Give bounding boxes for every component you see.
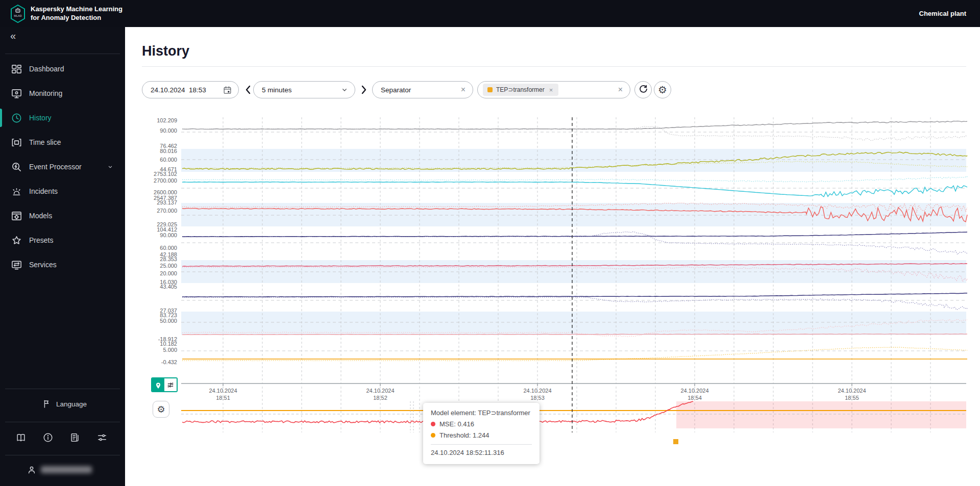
sidebar-item-label: Dashboard [29, 65, 64, 73]
calendar-icon[interactable] [223, 85, 232, 95]
pin-position-toggle[interactable] [152, 378, 164, 391]
mse-chart-settings-button[interactable]: ⚙ [153, 401, 169, 418]
model-color-swatch [487, 87, 493, 92]
user-icon [27, 465, 37, 475]
incidents-icon [11, 186, 22, 197]
tooltip-title: Model element: TEP⊃transformer [431, 409, 532, 417]
monitoring-icon [11, 88, 22, 99]
chart-band [181, 149, 966, 172]
element-filter-value: Separator [381, 86, 411, 94]
sidebar-item-label: Event Processor [29, 163, 82, 171]
chart-mode-toggle [151, 377, 178, 392]
series-5-navy-observed [182, 232, 967, 237]
sidebar-item-incidents[interactable]: Incidents [0, 179, 125, 203]
top-bar: MLAD Kaspersky Machine Learning for Anom… [0, 0, 980, 27]
sidebar-item-presets[interactable]: Presets [0, 228, 125, 252]
chart-band [181, 312, 966, 335]
remove-chip-icon[interactable]: × [548, 87, 554, 93]
kaspersky-mlad-logo: MLAD [10, 5, 26, 23]
anomaly-region [676, 401, 966, 428]
series-5-navy-predicted [182, 232, 967, 255]
tooltip-timestamp: 24.10.2024 18:52:11.316 [431, 449, 532, 456]
clear-filter-icon[interactable]: × [460, 86, 467, 94]
services-icon [11, 259, 22, 271]
page-title: History [142, 43, 189, 59]
sidebar-item-history[interactable]: History [0, 106, 125, 130]
sidebar-item-models[interactable]: Models [0, 203, 125, 228]
chart-band [181, 260, 966, 283]
model-filter-input[interactable]: TEP⊃transformer × × [477, 81, 630, 98]
series-3-cyan-observed [182, 182, 967, 197]
time-slice-icon [11, 137, 22, 148]
active-indicator [0, 109, 2, 127]
changelog-icon[interactable] [69, 432, 83, 445]
sidebar: « DashboardMonitoringHistoryTime sliceEv… [0, 27, 125, 486]
sidebar-collapse-button[interactable]: « [10, 30, 15, 42]
documentation-book-icon[interactable] [15, 432, 29, 445]
gear-icon: ⚙ [157, 405, 165, 414]
app-title: Kaspersky Machine Learning for Anomaly D… [31, 5, 122, 22]
chevron-down-icon [340, 86, 349, 94]
sidebar-item-label: Services [29, 261, 57, 269]
mse-dot [431, 422, 435, 426]
divider [431, 444, 532, 445]
clear-models-icon[interactable]: × [617, 86, 624, 94]
interval-value: 5 minutes [262, 86, 292, 94]
presets-icon [11, 235, 22, 246]
anomaly-marker[interactable] [673, 439, 678, 444]
sidebar-item-label: Time slice [29, 138, 61, 146]
series-1-gray-observed [182, 121, 967, 129]
next-interval-button[interactable] [360, 85, 368, 95]
gear-icon: ⚙ [658, 85, 667, 95]
series-7-navy-observed [182, 293, 967, 297]
info-icon[interactable] [42, 432, 56, 445]
chart-settings-button[interactable]: ⚙ [654, 81, 671, 98]
sidebar-nav: DashboardMonitoringHistoryTime sliceEven… [0, 57, 125, 277]
divider [5, 422, 120, 422]
history-chart[interactable] [176, 115, 972, 449]
refresh-button[interactable] [634, 81, 652, 98]
sidebar-item-label: Incidents [29, 187, 58, 195]
settings-sliders-icon[interactable] [96, 432, 110, 445]
sidebar-item-time-slice[interactable]: Time slice [0, 130, 125, 155]
sidebar-item-label: Models [29, 212, 52, 220]
svg-text:MLAD: MLAD [14, 14, 21, 17]
datetime-value: 24.10.2024 18:53 [151, 86, 206, 94]
sidebar-item-label: Presets [29, 236, 53, 244]
sidebar-item-services[interactable]: Services [0, 252, 125, 277]
app-root: MLAD Kaspersky Machine Learning for Anom… [0, 0, 980, 486]
previous-interval-button[interactable] [244, 85, 252, 95]
sidebar-item-event-processor[interactable]: Event Processor [0, 155, 125, 179]
models-icon [11, 210, 22, 222]
shift-range-toggle[interactable] [164, 378, 177, 391]
datetime-input[interactable]: 24.10.2024 18:53 [142, 81, 239, 98]
model-chip-label: TEP⊃transformer [496, 86, 545, 93]
sidebar-utility-row [0, 432, 125, 445]
installation-name: Chemical plant [919, 10, 966, 17]
history-icon [11, 112, 22, 124]
series-7-navy-predicted [182, 297, 967, 310]
tooltip-mse-value: MSE: 0.416 [439, 420, 474, 428]
divider [5, 455, 120, 455]
divider [5, 54, 120, 54]
language-button[interactable]: Language [42, 399, 87, 409]
element-filter-input[interactable]: Separator × [372, 81, 473, 98]
sidebar-item-monitoring[interactable]: Monitoring [0, 81, 125, 106]
interval-select[interactable]: 5 minutes [253, 81, 355, 98]
sidebar-item-dashboard[interactable]: Dashboard [0, 57, 125, 81]
event-processor-icon [11, 161, 22, 173]
series-3-cyan-predicted [182, 176, 967, 182]
model-chip[interactable]: TEP⊃transformer × [483, 84, 558, 96]
sidebar-item-label: History [29, 114, 52, 122]
threshold-dot [431, 433, 435, 438]
tooltip-threshold-value: Threshold: 1.244 [439, 431, 489, 439]
refresh-icon [639, 84, 648, 96]
user-email-blurred [41, 466, 92, 473]
flag-icon [42, 399, 52, 409]
divider [5, 389, 120, 389]
chevron-down-icon [107, 163, 114, 170]
dashboard-icon [11, 63, 22, 75]
sidebar-item-label: Monitoring [29, 89, 62, 97]
chart-tooltip: Model element: TEP⊃transformer MSE: 0.41… [423, 403, 540, 464]
user-account[interactable] [27, 465, 92, 475]
